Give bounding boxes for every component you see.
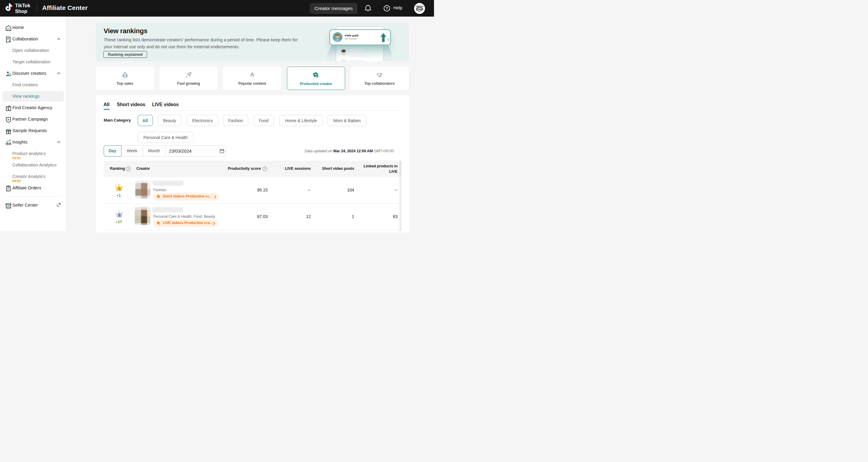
svg-text:TikTok: TikTok (418, 11, 421, 13)
svg-text:?: ? (127, 167, 129, 170)
svg-text:?: ? (264, 167, 266, 170)
svg-text:?: ? (386, 6, 388, 10)
svg-text:$: $ (124, 74, 126, 77)
svg-text:1: 1 (118, 187, 120, 190)
svg-text:2: 2 (118, 213, 120, 217)
